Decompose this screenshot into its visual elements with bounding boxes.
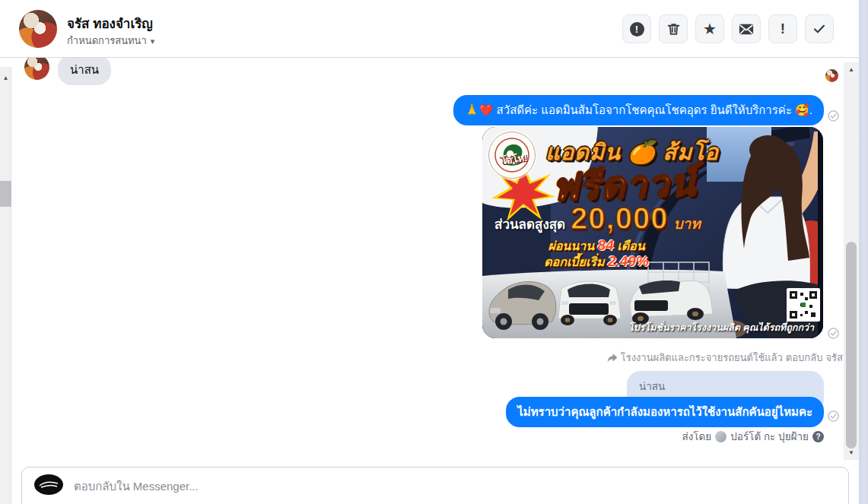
share-arrow-icon [607, 353, 618, 363]
banner-interest-line: ดอกเบี้ยเริ่ม 2.49% [513, 252, 680, 271]
incoming-message-bubble: น่าสน [58, 55, 111, 85]
outgoing-greeting-bubble: 🙏❤️ สวัสดีค่ะ แอดมินส้มโอจากโชคคุณโชคอุด… [453, 95, 824, 125]
composer-area: ตอบกลับใน Messenger... [12, 461, 859, 504]
check-icon [812, 22, 826, 36]
reply-context-action: ตอบกลับ [786, 350, 823, 366]
delete-button[interactable] [659, 14, 688, 43]
page-logo-avatar [34, 474, 63, 495]
contact-avatar[interactable] [19, 10, 57, 48]
discount-label: ส่วนลดสูงสุด [494, 214, 565, 234]
installment-suffix: เดือน [617, 239, 644, 252]
discount-value: 20,000 [571, 201, 668, 236]
conversation-label-dropdown[interactable]: กำหนดการสนทนา [67, 33, 154, 49]
interest-value: 2.49% [608, 253, 649, 269]
envelope-icon [739, 23, 754, 36]
left-scrollbar[interactable] [0, 67, 11, 504]
conversation-label: กำหนดการสนทนา [67, 35, 147, 46]
exclamation-circle-icon [630, 22, 644, 36]
exclamation-icon [781, 21, 785, 37]
scroll-up-icon[interactable] [844, 66, 859, 73]
installment-value: 84 [598, 237, 614, 253]
trash-icon [666, 22, 681, 36]
sent-by-attribution: ส่งโดย ปอร์โต้ กะ ปุยฝ้าย [682, 428, 824, 445]
messenger-inbox-window: จรัส ทองจำเริญ กำหนดการสนทนา [0, 0, 868, 504]
sent-check-icon [828, 110, 839, 122]
outgoing-question-bubble: ไม่ทราบว่าคุณลูกค้ากำลังมองหารถไว้ใช้งาน… [506, 397, 824, 427]
scroll-up-icon[interactable] [0, 74, 11, 81]
reply-input[interactable]: ตอบกลับใน Messenger... [21, 467, 849, 504]
banner-discount-row: ส่วนลดสูงสุด 20,000 บาท [494, 201, 701, 236]
incoming-message-avatar [24, 55, 49, 80]
left-scrollbar-thumb[interactable] [0, 181, 11, 207]
report-button[interactable] [622, 14, 651, 43]
header-action-bar [622, 14, 834, 43]
question-circle-icon[interactable] [812, 431, 824, 442]
sent-check-icon [828, 328, 839, 339]
chat-scrollbar-thumb[interactable] [846, 242, 857, 449]
reply-context-user: จรัส [825, 350, 843, 366]
mark-done-button[interactable] [805, 14, 834, 43]
discount-unit: บาท [673, 212, 700, 235]
chat-scrollbar[interactable] [844, 62, 859, 460]
page-background-strip [859, 0, 868, 504]
reply-placeholder: ตอบกลับใน Messenger... [74, 477, 199, 496]
admin-name: ปอร์โต้ กะ ปุยฝ้าย [730, 428, 809, 445]
contact-name: จรัส ทองจำเริญ [67, 13, 153, 33]
mark-unread-button[interactable] [732, 14, 761, 43]
flag-important-button[interactable] [768, 14, 797, 43]
sent-check-icon [828, 410, 839, 422]
conversation-header: จรัส ทองจำเริญ กำหนดการสนทนา [0, 0, 859, 58]
installment-prefix: ผ่อนนาน [548, 239, 594, 252]
sent-by-label: ส่งโดย [682, 428, 711, 445]
promo-image-attachment[interactable]: แอดมิน 🍊 ส้มโอ โอ้โห! ฟรีดาวน์ ส่วนลดสูง… [482, 127, 823, 338]
interest-prefix: ดอกเบี้ยเริ่ม [544, 255, 604, 268]
chevron-down-icon [151, 36, 155, 46]
star-icon [703, 22, 717, 36]
admin-avatar [715, 431, 727, 442]
star-button[interactable] [695, 14, 724, 43]
seen-indicator-avatar [825, 69, 838, 82]
scroll-down-icon[interactable] [844, 449, 859, 456]
reply-context: โรงงานผลิตและกระจายรถยนต์ใช้แล้ว ตอบกลับ… [607, 350, 843, 366]
banner-caption: โปรโมชั่นราคาโรงงานผลิต คุณได้รถที่ถูกกว… [628, 320, 814, 335]
qr-code [787, 288, 820, 322]
reply-context-page: โรงงานผลิตและกระจายรถยนต์ใช้แล้ว [621, 350, 783, 366]
